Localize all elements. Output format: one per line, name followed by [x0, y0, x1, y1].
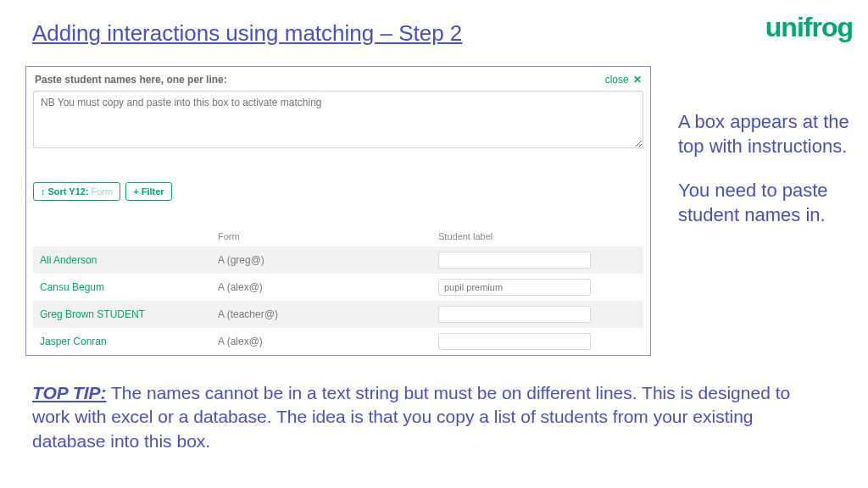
header-label: Student label [431, 226, 643, 247]
filter-button[interactable]: + Filter [125, 182, 171, 201]
student-label-input[interactable] [438, 306, 591, 323]
bottom-tip: TOP TIP: The names cannot be in a text s… [32, 381, 821, 453]
side-note-p1: A box appears at the top with instructio… [678, 110, 856, 158]
form-cell: A (teacher@) [211, 301, 431, 328]
app-panel: Paste student names here, one per line: … [25, 66, 651, 356]
table-row: Jasper Conran A (alex@) [33, 328, 643, 355]
tip-body: The names cannot be in a text string but… [32, 383, 790, 451]
sort-icon: ↕ [41, 186, 46, 197]
header-name [33, 226, 211, 247]
form-cell: A (greg@) [211, 247, 431, 274]
student-name-link[interactable]: Greg Brown STUDENT [33, 301, 211, 328]
table-row: Cansu Begum A (alex@) [33, 274, 643, 301]
student-name-link[interactable]: Jasper Conran [33, 328, 211, 355]
students-table: Form Student label Ali Anderson A (greg@… [33, 226, 643, 355]
form-cell: A (alex@) [211, 274, 431, 301]
table-row: Ali Anderson A (greg@) [33, 247, 643, 274]
sort-button[interactable]: ↕ Sort Y12: Form [33, 182, 120, 201]
tip-lead: TOP TIP: [32, 383, 107, 402]
close-button[interactable]: close ✕ [605, 74, 642, 86]
close-label: close [605, 74, 629, 86]
student-name-link[interactable]: Cansu Begum [33, 274, 211, 301]
sort-label-strong: Sort Y12: [48, 186, 89, 197]
sort-label-light: Form [92, 186, 114, 197]
close-icon: ✕ [633, 74, 642, 86]
header-form: Form [211, 226, 431, 247]
filter-label: Filter [142, 186, 164, 197]
paste-instruction-text: Paste student names here, one per line: [35, 74, 227, 86]
form-cell: A (alex@) [211, 328, 431, 355]
controls-row: ↕ Sort Y12: Form + Filter [33, 182, 643, 201]
student-label-input[interactable] [438, 333, 591, 350]
side-note-p2: You need to paste student names in. [678, 179, 856, 227]
side-note: A box appears at the top with instructio… [678, 110, 856, 247]
table-row: Greg Brown STUDENT A (teacher@) [33, 301, 643, 328]
student-name-link[interactable]: Ali Anderson [33, 247, 211, 274]
student-label-input[interactable] [438, 279, 591, 296]
student-label-input[interactable] [438, 252, 591, 269]
paste-textarea[interactable] [33, 91, 643, 148]
page-title: Adding interactions using matching – Ste… [32, 20, 462, 47]
paste-instruction-row: Paste student names here, one per line: … [33, 72, 643, 91]
unifrog-logo: unifrog [765, 12, 853, 43]
plus-icon: + [133, 186, 138, 197]
